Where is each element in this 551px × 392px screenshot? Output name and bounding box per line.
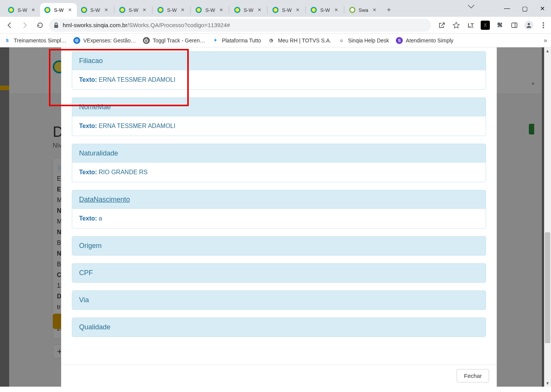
new-tab-button[interactable]: + [384, 5, 394, 15]
scroll-up-arrow-icon[interactable]: ▲ [544, 47, 551, 54]
svg-point-3 [528, 23, 530, 25]
browser-tab[interactable]: S-W✕ [115, 3, 151, 17]
tab-close-icon[interactable]: ✕ [141, 7, 147, 13]
tab-separator [305, 6, 306, 14]
panel-header[interactable]: Via [72, 291, 486, 309]
bookmark-item[interactable]: ◷Meu RH | TOTVS S.A. [268, 37, 331, 44]
url-path: /SWorks.QA/Processo?codigo=113924# [127, 22, 230, 28]
bookmark-item[interactable]: STreinamentos Simpl… [4, 37, 66, 44]
bookmark-favicon-icon: ✦ [212, 37, 219, 44]
window-minimize-button[interactable]: — [498, 2, 516, 15]
panel-body: Texto: RIO GRANDE RS [72, 163, 486, 182]
bookmark-label: Treinamentos Simpl… [14, 37, 66, 44]
browser-toolbar: hml-sworks.sinqia.com.br/SWorks.QA/Proce… [0, 17, 551, 34]
tab-close-icon[interactable]: ✕ [67, 7, 73, 13]
extensions-puzzle-icon[interactable] [495, 21, 504, 30]
bookmark-label: VExpenses: Gestão… [83, 37, 136, 44]
address-bar[interactable]: hml-sworks.sinqia.com.br/SWorks.QA/Proce… [49, 19, 431, 32]
tab-close-icon[interactable]: ✕ [103, 7, 109, 13]
browser-tab[interactable]: S-W✕ [77, 3, 113, 17]
tab-favicon-icon [234, 6, 241, 13]
tab-close-icon[interactable]: ✕ [180, 7, 186, 13]
fechar-button[interactable]: Fechar [457, 369, 489, 382]
texto-value: ERNA TESSMER ADAMOLI [99, 76, 175, 83]
scroll-down-arrow-icon[interactable]: ▼ [544, 380, 551, 387]
tab-favicon-icon [81, 6, 88, 13]
browser-tab[interactable]: S-W✕ [306, 3, 343, 17]
browser-tab[interactable]: S-W✕ [4, 3, 40, 17]
bookmarks-overflow-icon[interactable]: » [544, 37, 547, 44]
panel-header[interactable]: Filiacao [72, 52, 486, 70]
side-panel-icon[interactable] [510, 21, 519, 30]
panel-cpf: CPF [72, 263, 486, 283]
tabs-overflow-chevron-icon[interactable] [468, 5, 475, 9]
bookmark-favicon-icon: S [396, 37, 403, 44]
panel-header[interactable]: NomeMae [72, 98, 486, 117]
extension-x-icon[interactable]: X [481, 21, 490, 30]
texto-value: a [99, 215, 102, 222]
browser-tabstrip: S-W✕S-W✕S-W✕S-W✕S-W✕S-W✕S-W✕S-W✕S-W✕Swa✕… [0, 0, 551, 17]
bookmark-item[interactable]: SAtendimento Simply [396, 37, 454, 44]
panel-header[interactable]: Qualidade [72, 318, 486, 337]
tab-close-icon[interactable]: ✕ [30, 7, 36, 13]
tab-favicon-icon [8, 6, 15, 13]
kebab-menu-icon[interactable] [539, 21, 548, 30]
tab-title: S-W [54, 7, 63, 13]
share-icon[interactable] [437, 21, 446, 30]
browser-tab[interactable]: S-W✕ [153, 3, 190, 17]
panel-body: Texto: ERNA TESSMER ADAMOLI [72, 70, 486, 89]
star-icon[interactable] [452, 21, 461, 30]
tab-favicon-icon [310, 6, 317, 13]
reload-button[interactable] [34, 19, 47, 32]
vertical-scrollbar[interactable]: ▲ ▼ [544, 47, 551, 387]
panel-header[interactable]: DataNascimento [72, 190, 486, 209]
window-close-button[interactable]: ✕ [533, 2, 551, 15]
tab-title: S-W [205, 7, 215, 13]
svg-rect-0 [54, 25, 58, 28]
bookmark-favicon-icon: ☺ [338, 37, 345, 44]
scroll-thumb[interactable] [545, 232, 550, 343]
tab-separator [190, 6, 191, 14]
texto-value: ERNA TESSMER ADAMOLI [99, 123, 175, 129]
tab-close-icon[interactable]: ✕ [256, 7, 263, 13]
tab-separator [229, 6, 229, 14]
tab-title: S-W [18, 7, 27, 13]
bookmarks-bar: STreinamentos Simpl…◎VExpenses: Gestão…⏻… [0, 34, 551, 47]
texto-label: Texto: [79, 76, 99, 83]
tab-separator [152, 6, 152, 14]
browser-tab[interactable]: Swa✕ [345, 3, 381, 17]
bookmark-item[interactable]: ◎VExpenses: Gestão… [73, 37, 136, 44]
browser-tab[interactable]: S-W✕ [40, 3, 76, 17]
tab-title: S-W [129, 7, 138, 13]
texto-value: RIO GRANDE RS [99, 169, 147, 175]
texto-label: Texto: [79, 169, 99, 175]
lock-icon [53, 22, 59, 28]
panel-header[interactable]: Naturalidade [72, 144, 486, 163]
back-button[interactable] [3, 19, 16, 32]
browser-tab[interactable]: S-W✕ [191, 3, 228, 17]
forward-button[interactable] [18, 19, 31, 32]
tab-close-icon[interactable]: ✕ [295, 7, 301, 13]
tab-close-icon[interactable]: ✕ [371, 7, 378, 13]
browser-tab[interactable]: S-W✕ [268, 3, 305, 17]
panel-header[interactable]: CPF [72, 264, 486, 282]
profile-avatar-icon[interactable] [524, 21, 533, 30]
panel-nomemae: NomeMaeTexto: ERNA TESSMER ADAMOLI [72, 97, 486, 136]
tab-close-icon[interactable]: ✕ [218, 7, 224, 13]
extension-lt-icon[interactable]: LT [466, 21, 475, 30]
panel-header[interactable]: Origem [72, 236, 486, 255]
browser-tab[interactable]: S-W✕ [230, 3, 266, 17]
tab-favicon-icon [195, 6, 202, 13]
tab-close-icon[interactable]: ✕ [333, 7, 339, 13]
tab-favicon-icon [44, 6, 51, 13]
page-viewport: ▾ D Níve 📄EExMNoMNoBNaBHCl12DatruDa23 + … [0, 47, 551, 387]
texto-label: Texto: [79, 123, 99, 129]
modal-footer: Fechar [61, 364, 497, 387]
bookmark-favicon-icon: ◎ [73, 37, 80, 44]
modal-dialog: FiliacaoTexto: ERNA TESSMER ADAMOLINomeM… [61, 47, 497, 387]
window-maximize-button[interactable]: ▢ [516, 2, 533, 15]
bookmark-item[interactable]: ☺Sinqia Help Desk [338, 37, 389, 44]
bookmark-item[interactable]: ⏻Toggl Track - Geren… [143, 37, 205, 44]
bookmark-item[interactable]: ✦Plataforma Tutto [212, 37, 261, 44]
tab-title: S-W [167, 7, 177, 13]
